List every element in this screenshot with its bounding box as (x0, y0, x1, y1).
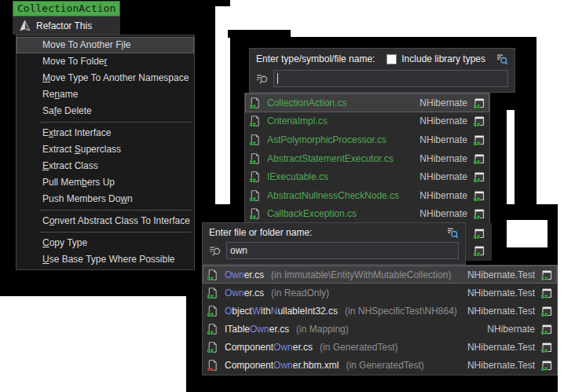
result-project-name: NHibernate (419, 153, 467, 164)
svg-text:C#: C# (541, 293, 548, 299)
csharp-file-icon: C# (207, 323, 219, 335)
svg-text:C#: C# (207, 312, 214, 317)
result-project-name: NHibernate.Test (467, 269, 535, 280)
csharp-file-icon: C# (207, 305, 219, 317)
csharp-project-icon: C# (473, 115, 485, 127)
type-result-row-criteriaimpl-cs[interactable]: C#CriteriaImpl.csNHibernateC# (245, 112, 489, 131)
csharp-project-icon: C# (473, 170, 485, 183)
svg-text:C#: C# (541, 275, 548, 280)
include-library-types-label[interactable]: Include library types (401, 53, 485, 64)
csharp-project-icon: C# (540, 269, 553, 281)
type-result-row-abstractstatementexecutor-cs[interactable]: C#AbstractStatementExecutor.csNHibernate… (245, 149, 489, 168)
result-file-name: CallbackException.cs (267, 208, 357, 219)
include-library-types-checkbox[interactable] (386, 54, 397, 64)
svg-text:C#: C# (474, 122, 481, 127)
menu-item-push-members-down[interactable]: Push Members Down (16, 191, 194, 207)
menu-item-convert-abstract-class-to-interface[interactable]: Convert Abstract Class To Interface (16, 213, 194, 229)
menu-item-move-type-to-another-namespace[interactable]: Move Type To Another Namespace (16, 70, 194, 86)
csharp-project-icon: C# (473, 227, 485, 240)
white-notch (507, 220, 548, 247)
csharp-file-icon: C# (249, 152, 262, 165)
menu-item-move-to-folder[interactable]: Move To Folder (16, 53, 194, 70)
csharp-file-icon: C# (207, 269, 219, 281)
csharp-file-icon: C# (249, 97, 262, 109)
white-sliver (507, 110, 515, 204)
result-project-name: NHibernate.Test (467, 288, 535, 299)
menu-item-extract-interface[interactable]: Extract Interface (16, 125, 194, 141)
csharp-file-icon: C# (207, 287, 219, 299)
result-project-name: NHibernate (419, 134, 467, 145)
svg-text:C#: C# (541, 330, 548, 335)
type-result-row-collectionaction-cs[interactable]: C#CollectionAction.csNHibernateC# (245, 93, 489, 112)
svg-text:C#: C# (474, 196, 481, 201)
svg-text:C#: C# (541, 312, 548, 317)
svg-text:C#: C# (249, 122, 256, 127)
file-result-row-itableowner-cs[interactable]: C#ITableOwner.cs(in Mapping)NHibernateC# (203, 321, 557, 339)
menu-separator (40, 210, 192, 211)
result-file-name: ITableOwner.cs (225, 324, 289, 335)
result-file-name: ComponentOwner.hbm.xml (225, 360, 339, 371)
svg-text:C#: C# (473, 251, 480, 257)
svg-text:C#: C# (474, 214, 481, 220)
svg-text:C#: C# (473, 234, 480, 240)
csharp-project-icon: C# (540, 287, 553, 299)
csharp-file-icon: C# (249, 134, 262, 146)
svg-text:C#: C# (541, 348, 548, 354)
menu-separator (40, 232, 192, 233)
type-result-row-callbackexception-cs[interactable]: C#CallbackException.csNHibernateC# (245, 204, 489, 223)
svg-text:C#: C# (207, 330, 214, 335)
type-chooser-prompt: Enter type/symbol/file name: (256, 53, 375, 64)
result-location: (in NHSpecificTest\NH864) (345, 306, 457, 317)
csharp-file-icon: C# (249, 207, 262, 220)
filter-search-icon[interactable] (496, 53, 508, 65)
menu-separator (40, 122, 192, 123)
type-search-input[interactable] (273, 70, 508, 87)
csharp-file-icon: C# (207, 341, 219, 354)
csharp-project-icon: C# (473, 207, 485, 220)
file-result-row-owner-cs[interactable]: C#Owner.cs(in Immutable\EntityWithMutabl… (203, 266, 557, 284)
svg-text:C#: C# (207, 294, 214, 299)
clipped-result-rows: C# C# (466, 223, 492, 261)
csharp-project-icon: C# (473, 189, 485, 202)
file-search-input[interactable]: own (226, 242, 459, 259)
menu-item-extract-superclass[interactable]: Extract Superclass (16, 141, 194, 158)
file-chooser-results: C#Owner.cs(in Immutable\EntityWithMutabl… (202, 265, 558, 376)
csharp-file-icon: C# (249, 170, 262, 183)
refactor-menu: Move To Another FileMove To FolderMove T… (16, 35, 195, 270)
menu-item-safe-delete[interactable]: Safe Delete (16, 103, 194, 119)
svg-text:C#: C# (474, 159, 481, 164)
result-location: (in GeneratedTest) (346, 360, 423, 371)
result-project-name: NHibernate (419, 208, 467, 219)
menu-item-copy-type[interactable]: Copy Type (16, 235, 194, 251)
result-file-name: AbstractStatementExecutor.cs (267, 153, 394, 164)
csharp-project-icon: C# (540, 341, 553, 354)
menu-item-extract-class[interactable]: Extract Class (16, 158, 194, 174)
csharp-project-icon: C# (473, 97, 485, 109)
menu-item-move-to-another-file[interactable]: Move To Another File (16, 37, 194, 53)
result-project-name: NHibernate.Test (467, 360, 535, 371)
type-result-row-abstractnullnesschecknode-cs[interactable]: C#AbstractNullnessCheckNode.csNHibernate… (245, 186, 489, 205)
menu-item-pull-members-up[interactable]: Pull Members Up (16, 174, 194, 191)
svg-text:C#: C# (474, 103, 481, 108)
csharp-project-icon: C# (540, 305, 553, 317)
file-result-row-owner-cs[interactable]: C#Owner.cs(in ReadOnly)NHibernate.TestC# (203, 284, 557, 302)
csharp-project-icon: C# (540, 359, 553, 372)
text-caret (277, 73, 278, 84)
result-location: (in Immutable\EntityWithMutableCollectio… (271, 269, 451, 280)
filter-search-icon[interactable] (446, 226, 459, 239)
search-icon (209, 244, 222, 257)
type-result-row-astpolymorphicprocessor-cs[interactable]: C#AstPolymorphicProcessor.csNHibernateC# (245, 130, 489, 149)
file-result-row-componentowner-hbm-xml[interactable]: XMLComponentOwner.hbm.xml(in GeneratedTe… (203, 357, 557, 375)
result-file-name: Owner.cs (225, 269, 264, 280)
file-result-row-objectwithnullableint32-cs[interactable]: C#ObjectWithNullableInt32.cs(in NHSpecif… (203, 302, 557, 320)
csharp-project-icon: C# (473, 152, 485, 165)
svg-text:XML: XML (207, 367, 214, 372)
menu-item-use-base-type-where-possible[interactable]: Use Base Type Where Possible (16, 251, 194, 268)
type-result-row-iexecutable-cs[interactable]: C#IExecutable.csNHibernateC# (245, 167, 489, 186)
svg-text:C#: C# (207, 348, 214, 354)
menu-item-rename[interactable]: Rename (16, 86, 194, 103)
refactor-this-icon (19, 20, 31, 32)
result-file-name: CollectionAction.cs (267, 97, 346, 108)
svg-text:C#: C# (541, 366, 548, 372)
file-result-row-componentowner-cs[interactable]: C#ComponentOwner.cs(in GeneratedTest)NHi… (203, 339, 557, 357)
